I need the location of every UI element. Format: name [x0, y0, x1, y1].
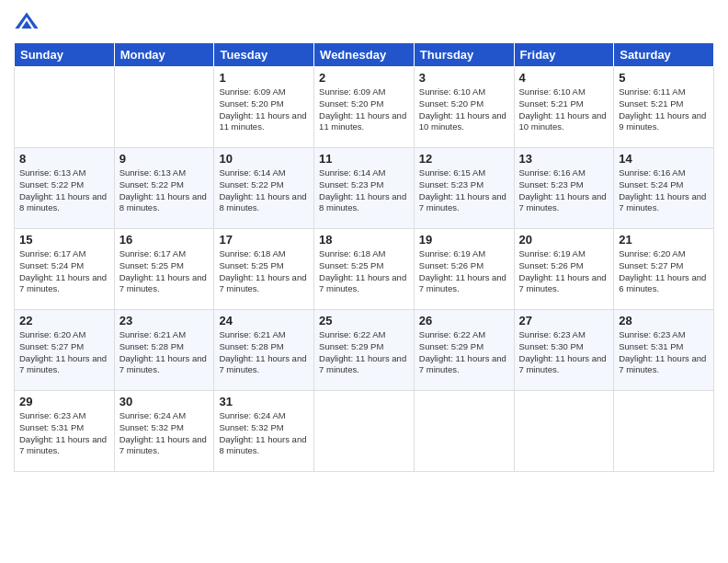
- day-number: 13: [519, 152, 609, 166]
- day-info: Sunrise: 6:13 AMSunset: 5:22 PMDaylight:…: [19, 167, 109, 214]
- calendar-cell: 17Sunrise: 6:18 AMSunset: 5:25 PMDayligh…: [214, 229, 314, 310]
- day-number: 28: [619, 314, 709, 327]
- day-info: Sunrise: 6:23 AMSunset: 5:31 PMDaylight:…: [619, 329, 709, 376]
- calendar-cell: 27Sunrise: 6:23 AMSunset: 5:30 PMDayligh…: [514, 310, 614, 391]
- day-number: 19: [419, 233, 509, 247]
- day-number: 31: [219, 395, 309, 408]
- page: SundayMondayTuesdayWednesdayThursdayFrid…: [0, 0, 728, 563]
- day-info: Sunrise: 6:24 AMSunset: 5:32 PMDaylight:…: [219, 410, 309, 457]
- day-number: 1: [219, 71, 309, 85]
- calendar-cell: 23Sunrise: 6:21 AMSunset: 5:28 PMDayligh…: [114, 310, 214, 391]
- day-info: Sunrise: 6:23 AMSunset: 5:31 PMDaylight:…: [19, 410, 109, 457]
- calendar-cell: 9Sunrise: 6:13 AMSunset: 5:22 PMDaylight…: [114, 148, 214, 229]
- logo: [14, 9, 43, 35]
- calendar-week-row: 1Sunrise: 6:09 AMSunset: 5:20 PMDaylight…: [15, 67, 714, 148]
- day-info: Sunrise: 6:13 AMSunset: 5:22 PMDaylight:…: [119, 167, 210, 214]
- day-number: 15: [19, 233, 109, 247]
- calendar-cell: 22Sunrise: 6:20 AMSunset: 5:27 PMDayligh…: [15, 310, 115, 391]
- day-number: 2: [319, 71, 409, 85]
- day-number: 23: [119, 314, 210, 327]
- day-info: Sunrise: 6:23 AMSunset: 5:30 PMDaylight:…: [519, 329, 609, 376]
- day-info: Sunrise: 6:10 AMSunset: 5:20 PMDaylight:…: [419, 86, 509, 133]
- calendar-cell: 12Sunrise: 6:15 AMSunset: 5:23 PMDayligh…: [414, 148, 514, 229]
- calendar-cell: 2Sunrise: 6:09 AMSunset: 5:20 PMDaylight…: [314, 67, 415, 148]
- day-number: 4: [519, 71, 609, 85]
- day-info: Sunrise: 6:22 AMSunset: 5:29 PMDaylight:…: [419, 329, 509, 376]
- day-number: 25: [319, 314, 409, 327]
- calendar-cell: 31Sunrise: 6:24 AMSunset: 5:32 PMDayligh…: [214, 391, 314, 472]
- calendar-cell: 15Sunrise: 6:17 AMSunset: 5:24 PMDayligh…: [15, 229, 115, 310]
- calendar-cell: 3Sunrise: 6:10 AMSunset: 5:20 PMDaylight…: [414, 67, 514, 148]
- day-number: 20: [519, 233, 609, 247]
- day-info: Sunrise: 6:18 AMSunset: 5:25 PMDaylight:…: [219, 248, 309, 295]
- calendar-cell: 13Sunrise: 6:16 AMSunset: 5:23 PMDayligh…: [514, 148, 614, 229]
- day-info: Sunrise: 6:21 AMSunset: 5:28 PMDaylight:…: [219, 329, 309, 376]
- day-info: Sunrise: 6:10 AMSunset: 5:21 PMDaylight:…: [519, 86, 609, 133]
- day-info: Sunrise: 6:17 AMSunset: 5:25 PMDaylight:…: [119, 248, 210, 295]
- day-number: 10: [219, 152, 309, 166]
- day-number: 14: [619, 152, 709, 166]
- day-number: 21: [619, 233, 709, 247]
- calendar-cell: [614, 391, 714, 472]
- day-number: 26: [419, 314, 509, 327]
- weekday-header: Tuesday: [214, 43, 314, 67]
- weekday-header: Wednesday: [314, 43, 415, 67]
- day-info: Sunrise: 6:22 AMSunset: 5:29 PMDaylight:…: [319, 329, 409, 376]
- day-info: Sunrise: 6:11 AMSunset: 5:21 PMDaylight:…: [619, 86, 709, 133]
- calendar-week-row: 22Sunrise: 6:20 AMSunset: 5:27 PMDayligh…: [15, 310, 714, 391]
- day-number: 29: [19, 395, 109, 408]
- calendar-cell: 10Sunrise: 6:14 AMSunset: 5:22 PMDayligh…: [214, 148, 314, 229]
- calendar-cell: 29Sunrise: 6:23 AMSunset: 5:31 PMDayligh…: [15, 391, 115, 472]
- day-number: 8: [19, 152, 109, 166]
- weekday-header: Thursday: [414, 43, 514, 67]
- calendar-cell: [114, 67, 214, 148]
- calendar-cell: 21Sunrise: 6:20 AMSunset: 5:27 PMDayligh…: [614, 229, 714, 310]
- calendar-cell: 28Sunrise: 6:23 AMSunset: 5:31 PMDayligh…: [614, 310, 714, 391]
- calendar-cell: 25Sunrise: 6:22 AMSunset: 5:29 PMDayligh…: [314, 310, 415, 391]
- day-number: 27: [519, 314, 609, 327]
- day-number: 3: [419, 71, 509, 85]
- calendar-week-row: 15Sunrise: 6:17 AMSunset: 5:24 PMDayligh…: [15, 229, 714, 310]
- day-info: Sunrise: 6:19 AMSunset: 5:26 PMDaylight:…: [519, 248, 609, 295]
- day-info: Sunrise: 6:20 AMSunset: 5:27 PMDaylight:…: [19, 329, 109, 376]
- calendar-cell: 11Sunrise: 6:14 AMSunset: 5:23 PMDayligh…: [314, 148, 415, 229]
- day-info: Sunrise: 6:09 AMSunset: 5:20 PMDaylight:…: [219, 86, 309, 133]
- calendar: SundayMondayTuesdayWednesdayThursdayFrid…: [14, 42, 714, 472]
- day-number: 9: [119, 152, 210, 166]
- calendar-cell: 4Sunrise: 6:10 AMSunset: 5:21 PMDaylight…: [514, 67, 614, 148]
- calendar-cell: [314, 391, 415, 472]
- day-number: 12: [419, 152, 509, 166]
- calendar-cell: 30Sunrise: 6:24 AMSunset: 5:32 PMDayligh…: [114, 391, 214, 472]
- day-info: Sunrise: 6:16 AMSunset: 5:24 PMDaylight:…: [619, 167, 709, 214]
- day-info: Sunrise: 6:20 AMSunset: 5:27 PMDaylight:…: [619, 248, 709, 295]
- calendar-cell: [15, 67, 115, 148]
- day-info: Sunrise: 6:14 AMSunset: 5:22 PMDaylight:…: [219, 167, 309, 214]
- weekday-header: Monday: [114, 43, 214, 67]
- calendar-cell: 14Sunrise: 6:16 AMSunset: 5:24 PMDayligh…: [614, 148, 714, 229]
- day-info: Sunrise: 6:19 AMSunset: 5:26 PMDaylight:…: [419, 248, 509, 295]
- day-info: Sunrise: 6:18 AMSunset: 5:25 PMDaylight:…: [319, 248, 409, 295]
- day-number: 18: [319, 233, 409, 247]
- day-number: 30: [119, 395, 210, 408]
- logo-icon: [14, 9, 40, 35]
- day-info: Sunrise: 6:16 AMSunset: 5:23 PMDaylight:…: [519, 167, 609, 214]
- header: [14, 9, 714, 35]
- calendar-cell: [514, 391, 614, 472]
- day-info: Sunrise: 6:24 AMSunset: 5:32 PMDaylight:…: [119, 410, 210, 457]
- day-number: 22: [19, 314, 109, 327]
- calendar-cell: 20Sunrise: 6:19 AMSunset: 5:26 PMDayligh…: [514, 229, 614, 310]
- day-number: 5: [619, 71, 709, 85]
- day-info: Sunrise: 6:09 AMSunset: 5:20 PMDaylight:…: [319, 86, 409, 133]
- weekday-header: Saturday: [614, 43, 714, 67]
- calendar-cell: 1Sunrise: 6:09 AMSunset: 5:20 PMDaylight…: [214, 67, 314, 148]
- day-number: 16: [119, 233, 210, 247]
- day-number: 24: [219, 314, 309, 327]
- day-number: 17: [219, 233, 309, 247]
- day-info: Sunrise: 6:21 AMSunset: 5:28 PMDaylight:…: [119, 329, 210, 376]
- day-info: Sunrise: 6:14 AMSunset: 5:23 PMDaylight:…: [319, 167, 409, 214]
- calendar-cell: 24Sunrise: 6:21 AMSunset: 5:28 PMDayligh…: [214, 310, 314, 391]
- calendar-cell: 26Sunrise: 6:22 AMSunset: 5:29 PMDayligh…: [414, 310, 514, 391]
- calendar-cell: 18Sunrise: 6:18 AMSunset: 5:25 PMDayligh…: [314, 229, 415, 310]
- weekday-header: Sunday: [15, 43, 115, 67]
- calendar-cell: 8Sunrise: 6:13 AMSunset: 5:22 PMDaylight…: [15, 148, 115, 229]
